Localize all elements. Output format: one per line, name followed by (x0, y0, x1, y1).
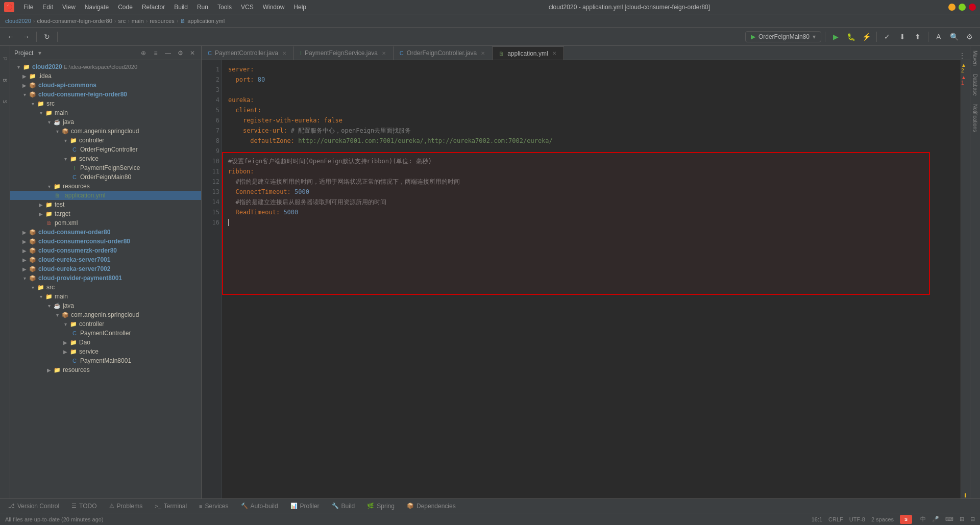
breadcrumb-resources[interactable]: resources (150, 18, 174, 24)
tab-OrderFeignController[interactable]: C OrderFeignController.java ✕ (394, 46, 493, 60)
menu-window[interactable]: Window (259, 2, 289, 12)
tree-item-resources80[interactable]: ▾ 📁 resources (10, 182, 201, 191)
bottom-tab-todo[interactable]: ☰ TODO (66, 500, 102, 512)
breadcrumb-cloud2020[interactable]: cloud2020 (5, 18, 31, 24)
project-hide-button[interactable]: ✕ (188, 48, 197, 58)
back-button[interactable]: ← (4, 30, 17, 43)
menu-vcs[interactable]: VCS (237, 2, 258, 12)
tree-item-pkg80[interactable]: ▾ 📦 com.angenin.springcloud (10, 127, 201, 136)
status-charset[interactable]: UTF-8 (849, 516, 865, 522)
menu-file[interactable]: File (19, 2, 37, 12)
translate-button[interactable]: A (932, 30, 945, 43)
tab-close-PaymentFeignService[interactable]: ✕ (381, 49, 387, 57)
status-indent[interactable]: 2 spaces (871, 516, 894, 522)
commit-button[interactable]: ✓ (880, 30, 894, 43)
tree-item-eureka7001[interactable]: ▶ 📦 cloud-eureka-server7001 (10, 255, 201, 264)
forward-button[interactable]: → (19, 30, 33, 43)
status-position[interactable]: 16:1 (812, 516, 822, 522)
breadcrumb-main[interactable]: main (132, 18, 144, 24)
bottom-tab-profiler[interactable]: 📊 Profiler (285, 500, 325, 512)
tree-item-java8001[interactable]: ▾ ☕ java (10, 301, 201, 310)
bookmarks-toggle[interactable]: B (1, 70, 10, 90)
breadcrumb-module[interactable]: cloud-consumer-feign-order80 (37, 18, 112, 24)
tree-item-PaymentFeignService[interactable]: I PaymentFeignService (10, 163, 201, 172)
refresh-button[interactable]: ↻ (40, 30, 54, 43)
tree-item-order80[interactable]: ▶ 📦 cloud-consumer-order80 (10, 228, 201, 237)
tree-item-cloud2020[interactable]: ▾ 📁 cloud2020 E:\idea-workspace\cloud202… (10, 62, 201, 71)
tree-item-src80[interactable]: ▾ 📁 src (10, 99, 201, 108)
structure-toggle[interactable]: S (1, 91, 10, 112)
tree-item-resources8001[interactable]: ▶ 📁 resources (10, 365, 201, 374)
menu-code[interactable]: Code (114, 2, 137, 12)
tree-item-consul80[interactable]: ▶ 📦 cloud-consumerconsul-order80 (10, 237, 201, 246)
tree-item-service8001[interactable]: ▶ 📁 service (10, 347, 201, 356)
notifications-panel-toggle[interactable]: Notifications (971, 102, 979, 134)
tree-item-eureka7002[interactable]: ▶ 📦 cloud-eureka-server7002 (10, 264, 201, 273)
run-button[interactable]: ▶ (829, 30, 842, 43)
menu-run[interactable]: Run (193, 2, 212, 12)
bottom-tab-version-control[interactable]: ⎇ Version Control (3, 500, 64, 512)
tree-item-payment8001[interactable]: ▾ 📦 cloud-provider-payment8001 (10, 273, 201, 283)
tab-close-OrderFeignController[interactable]: ✕ (480, 49, 486, 57)
menu-edit[interactable]: Edit (38, 2, 57, 12)
status-mic-icon[interactable]: 🎤 (932, 516, 939, 522)
breadcrumb-file[interactable]: application.yml (187, 18, 225, 24)
tree-item-pom80[interactable]: 🗎 pom.xml (10, 218, 201, 228)
update-button[interactable]: ⬇ (896, 30, 909, 43)
bottom-tab-services[interactable]: ≡ Services (194, 500, 233, 512)
settings-button[interactable]: ⚙ (963, 30, 976, 43)
tree-item-main8001[interactable]: ▾ 📁 main (10, 292, 201, 301)
tree-item-main80[interactable]: ▾ 📁 main (10, 108, 201, 117)
tab-PaymentController[interactable]: C PaymentController.java ✕ (202, 46, 294, 60)
menu-view[interactable]: View (58, 2, 80, 12)
tab-application-yml[interactable]: 🗎 application.yml ✕ (493, 46, 564, 60)
project-collapse-button[interactable]: — (163, 48, 173, 58)
status-crlf[interactable]: CRLF (828, 516, 843, 522)
bottom-tab-build[interactable]: 🔧 Build (327, 500, 360, 512)
tree-item-dao8001[interactable]: ▶ 📁 Dao (10, 338, 201, 347)
tree-item-OrderFeignMain80[interactable]: C OrderFeignMain80 (10, 172, 201, 182)
tree-item-test80[interactable]: ▶ 📁 test (10, 200, 201, 209)
menu-help[interactable]: Help (289, 2, 310, 12)
database-panel-toggle[interactable]: Database (971, 72, 979, 98)
status-keyboard-icon[interactable]: ⌨ (945, 516, 953, 522)
maximize-button[interactable] (959, 4, 966, 11)
menu-refactor[interactable]: Refactor (138, 2, 169, 12)
menu-navigate[interactable]: Navigate (81, 2, 113, 12)
tab-close-PaymentController[interactable]: ✕ (281, 49, 287, 57)
tree-item-PaymentController[interactable]: C PaymentController (10, 329, 201, 338)
bottom-tab-problems[interactable]: ⚠ Problems (104, 500, 148, 512)
bottom-tab-terminal[interactable]: >_ Terminal (150, 500, 192, 512)
project-settings-button[interactable]: ⚙ (176, 48, 185, 58)
tree-item-zk80[interactable]: ▶ 📦 cloud-consumerzk-order80 (10, 246, 201, 255)
menu-build[interactable]: Build (170, 2, 192, 12)
tree-item-cloud-api[interactable]: ▶ 📦 cloud-api-commons (10, 81, 201, 90)
tree-item-application-yml[interactable]: 🗎 application.yml (10, 191, 201, 200)
project-scope-button[interactable]: ⊕ (139, 48, 148, 58)
right-gutter[interactable]: ▲ 2 ▲ 1 (961, 60, 970, 498)
tree-item-controller80[interactable]: ▾ 📁 controller (10, 136, 201, 145)
tree-item-controller8001[interactable]: ▾ 📁 controller (10, 319, 201, 329)
project-expand-button[interactable]: ≡ (151, 48, 160, 58)
tab-close-application-yml[interactable]: ✕ (551, 49, 557, 57)
status-lang-zh[interactable]: 中 (920, 515, 926, 523)
tree-item-feign[interactable]: ▾ 📦 cloud-consumer-feign-order80 (10, 90, 201, 99)
tree-item-pkg8001[interactable]: ▾ 📦 com.angenin.springcloud (10, 310, 201, 319)
tab-options-button[interactable]: ⋮ (954, 52, 970, 60)
minimize-button[interactable] (948, 4, 955, 11)
bottom-tab-dependencies[interactable]: 📦 Dependencies (402, 500, 461, 512)
menu-tools[interactable]: Tools (213, 2, 236, 12)
tree-item-OrderFeignController[interactable]: C OrderFeignController (10, 145, 201, 154)
code-content[interactable]: server: port: 80 eureka: (222, 60, 961, 498)
tree-item-idea[interactable]: ▶ 📁 .idea (10, 71, 201, 81)
bottom-tab-auto-build[interactable]: 🔨 Auto-build (236, 500, 283, 512)
tree-item-target80[interactable]: ▶ 📁 target (10, 209, 201, 218)
bottom-tab-spring[interactable]: 🌿 Spring (362, 500, 400, 512)
search-button[interactable]: 🔍 (947, 30, 961, 43)
tree-item-src8001[interactable]: ▾ 📁 src (10, 283, 201, 292)
maven-panel-toggle[interactable]: Maven (971, 48, 979, 68)
run-config-selector[interactable]: ▶ OrderFeignMain80 ▾ (745, 31, 821, 42)
debug-button[interactable]: 🐛 (844, 30, 857, 43)
tab-PaymentFeignService[interactable]: I PaymentFeignService.java ✕ (294, 46, 394, 60)
run-with-coverage-button[interactable]: ⚡ (860, 30, 873, 43)
